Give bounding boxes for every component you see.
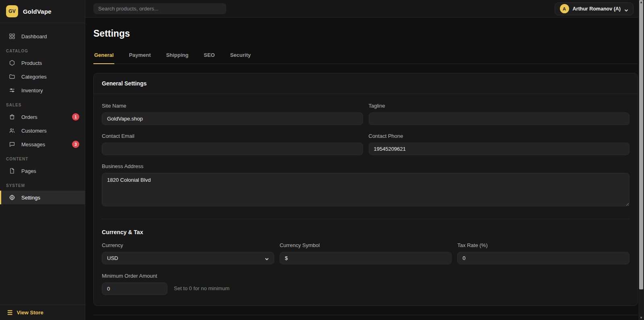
scrollbar[interactable]: ▲ ▼ <box>638 0 644 320</box>
view-store-link[interactable]: ☰ View Store <box>0 305 85 320</box>
currency-selected-value: USD <box>107 255 118 261</box>
site-name-input[interactable] <box>102 112 363 125</box>
tagline-label: Tagline <box>369 103 630 109</box>
business-address-textarea[interactable]: 1820 Colonial Blvd <box>102 173 630 206</box>
field-contact-phone: Contact Phone <box>369 133 630 155</box>
chevron-down-icon <box>265 256 269 260</box>
topbar: A Arthur Romanov (A) <box>85 0 644 18</box>
sliders-icon <box>8 87 15 94</box>
min-order-helper: Set to 0 for no minimum <box>174 285 229 291</box>
chat-bubble-icon <box>8 141 15 148</box>
view-store-label: View Store <box>17 310 43 316</box>
sidebar-section-system: SYSTEM <box>0 178 85 191</box>
sidebar-item-label: Orders <box>21 114 66 120</box>
sidebar-item-pages[interactable]: Pages <box>0 164 85 178</box>
site-name-label: Site Name <box>102 103 363 109</box>
business-address-label: Business Address <box>102 163 630 169</box>
sidebar-item-label: Customers <box>21 128 79 134</box>
sidebar-item-label: Products <box>21 60 79 66</box>
field-contact-email: Contact Email <box>102 133 363 155</box>
sidebar-section-sales: SALES <box>0 97 85 110</box>
min-order-input[interactable] <box>102 283 167 295</box>
sidebar-item-label: Settings <box>21 195 79 201</box>
brand-name: GoldVape <box>23 8 52 15</box>
sidebar-item-label: Categories <box>21 74 79 80</box>
menu-lines-icon: ☰ <box>7 310 12 316</box>
main-area: A Arthur Romanov (A) Settings General Pa… <box>85 0 644 320</box>
footer-divider <box>93 315 638 315</box>
gear-icon <box>8 194 15 201</box>
card-body: Site Name Tagline Contact Email Contact … <box>94 94 638 305</box>
sidebar-item-categories[interactable]: Categories <box>0 70 85 83</box>
general-settings-card: General Settings Site Name Tagline Conta… <box>93 73 638 306</box>
folder-icon <box>8 73 15 80</box>
field-tagline: Tagline <box>369 103 630 125</box>
min-order-label: Minimum Order Amount <box>102 273 167 279</box>
scrollbar-thumb[interactable] <box>639 0 643 289</box>
tab-payment[interactable]: Payment <box>128 48 151 64</box>
sidebar-item-customers[interactable]: Customers <box>0 124 85 137</box>
currency-label: Currency <box>102 242 274 248</box>
scroll-up-arrow-icon[interactable]: ▲ <box>638 0 644 4</box>
chevron-down-icon <box>624 7 628 11</box>
sidebar-item-products[interactable]: Products <box>0 56 85 70</box>
tab-general[interactable]: General <box>93 48 114 64</box>
tab-seo[interactable]: SEO <box>203 48 215 64</box>
contact-email-input[interactable] <box>102 143 363 155</box>
user-name: Arthur Romanov (A) <box>573 6 621 12</box>
scroll-down-arrow-icon[interactable]: ▼ <box>638 316 644 320</box>
file-icon <box>8 168 15 175</box>
tax-rate-label: Tax Rate (%) <box>457 242 630 248</box>
field-currency-symbol: Currency Symbol <box>280 242 452 264</box>
hexagon-icon <box>8 60 15 66</box>
sidebar-item-messages[interactable]: Messages 3 <box>0 137 85 151</box>
card-title: General Settings <box>94 73 638 94</box>
sidebar: GV GoldVape Dashboard CATALOG Products C… <box>0 0 85 320</box>
contact-email-label: Contact Email <box>102 133 363 139</box>
settings-tabs: General Payment Shipping SEO Security <box>93 48 638 64</box>
orders-badge: 1 <box>72 113 79 121</box>
sidebar-item-inventory[interactable]: Inventory <box>0 83 85 97</box>
search-input[interactable] <box>93 3 226 14</box>
tab-shipping[interactable]: Shipping <box>165 48 190 64</box>
shopping-bag-icon <box>8 114 15 121</box>
tagline-input[interactable] <box>369 112 630 125</box>
sidebar-nav: Dashboard CATALOG Products Categories In… <box>0 23 85 305</box>
field-currency: Currency USD <box>102 242 274 264</box>
tab-security[interactable]: Security <box>229 48 252 64</box>
page-title: Settings <box>93 28 638 39</box>
contact-phone-label: Contact Phone <box>369 133 630 139</box>
user-menu[interactable]: A Arthur Romanov (A) <box>555 2 634 15</box>
field-business-address: Business Address 1820 Colonial Blvd <box>102 163 630 208</box>
tax-rate-input[interactable] <box>457 252 630 264</box>
sidebar-item-label: Inventory <box>21 87 79 94</box>
sidebar-section-catalog: CATALOG <box>0 43 85 56</box>
sidebar-item-dashboard[interactable]: Dashboard <box>0 29 85 43</box>
sidebar-item-orders[interactable]: Orders 1 <box>0 110 85 124</box>
contact-phone-input[interactable] <box>369 143 630 155</box>
sidebar-section-content: CONTENT <box>0 151 85 164</box>
section-divider <box>102 219 630 219</box>
sidebar-item-label: Pages <box>21 168 79 174</box>
currency-symbol-input[interactable] <box>280 252 452 264</box>
field-min-order: Minimum Order Amount Set to 0 for no min… <box>102 273 630 295</box>
currency-symbol-label: Currency Symbol <box>280 242 452 248</box>
brand-logo: GV <box>6 5 18 17</box>
sidebar-item-label: Messages <box>21 141 66 148</box>
avatar: A <box>560 4 569 13</box>
messages-badge: 3 <box>72 141 79 148</box>
dashboard-grid-icon <box>8 33 15 40</box>
currency-tax-title: Currency & Tax <box>102 229 630 235</box>
currency-select[interactable]: USD <box>102 252 274 264</box>
brand: GV GoldVape <box>0 0 85 23</box>
settings-page: Settings General Payment Shipping SEO Se… <box>85 18 644 320</box>
field-site-name: Site Name <box>102 103 363 125</box>
sidebar-item-settings[interactable]: Settings <box>0 191 85 204</box>
sidebar-item-label: Dashboard <box>21 33 79 39</box>
field-tax-rate: Tax Rate (%) <box>457 242 630 264</box>
users-icon <box>8 127 15 134</box>
